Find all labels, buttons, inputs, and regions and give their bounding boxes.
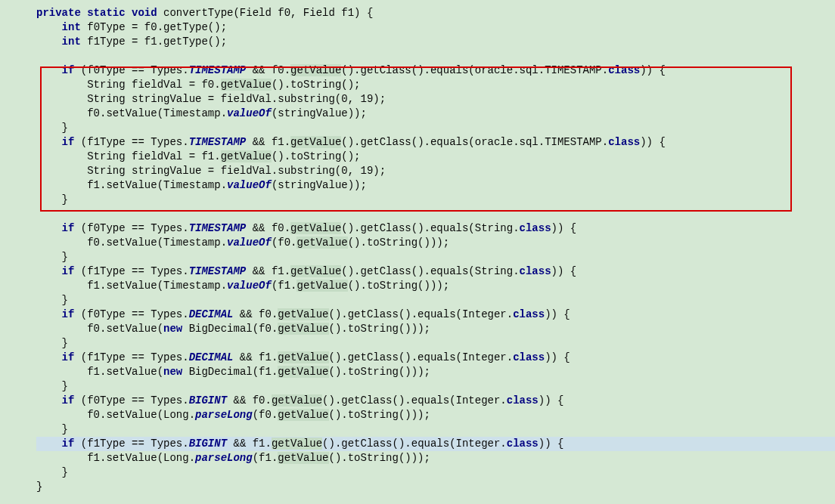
code-line: f0.setValue(Timestamp.valueOf(f0.getValu… [36, 236, 835, 250]
code-line: if (f0Type == Types.TIMESTAMP && f0.getV… [36, 63, 835, 78]
code-line: } [36, 336, 835, 351]
code-line: f1.setValue(Long.parseLong(f1.getValue()… [36, 451, 835, 465]
code-line: String stringValue = fieldVal.substring(… [36, 164, 835, 178]
code-line [36, 49, 835, 63]
code-line: if (f1Type == Types.TIMESTAMP && f1.getV… [36, 135, 835, 150]
code-line: } [36, 465, 835, 480]
code-line: f1.setValue(new BigDecimal(f1.getValue()… [36, 365, 835, 379]
code-line: } [36, 250, 835, 264]
code-line: f0.setValue(new BigDecimal(f0.getValue()… [36, 322, 835, 336]
code-line: } [36, 193, 835, 207]
code-line: } [36, 422, 835, 437]
code-line: if (f0Type == Types.TIMESTAMP && f0.getV… [36, 221, 835, 236]
code-line [36, 207, 835, 221]
code-line: f0.setValue(Long.parseLong(f0.getValue()… [36, 408, 835, 422]
code-line: if (f1Type == Types.DECIMAL && f1.getVal… [36, 351, 835, 365]
code-line: private static void convertType(Field f0… [36, 6, 835, 20]
code-line: if (f0Type == Types.BIGINT && f0.getValu… [36, 394, 835, 408]
code-line: f1.setValue(Timestamp.valueOf(stringValu… [36, 178, 835, 193]
code-line: if (f0Type == Types.DECIMAL && f0.getVal… [36, 308, 835, 322]
code-line: int f1Type = f1.getType(); [36, 35, 835, 49]
code-line: f1.setValue(Timestamp.valueOf(f1.getValu… [36, 279, 835, 293]
code-line: } [36, 480, 835, 494]
code-editor-content: private static void convertType(Field f0… [0, 6, 835, 494]
code-line: int f0Type = f0.getType(); [36, 20, 835, 35]
code-line: String fieldVal = f0.getValue().toString… [36, 78, 835, 92]
code-line: } [36, 293, 835, 308]
code-line: String stringValue = fieldVal.substring(… [36, 92, 835, 107]
code-line: f0.setValue(Timestamp.valueOf(stringValu… [36, 107, 835, 121]
code-line: if (f1Type == Types.TIMESTAMP && f1.getV… [36, 264, 835, 279]
code-line: } [36, 121, 835, 135]
code-line: String fieldVal = f1.getValue().toString… [36, 150, 835, 164]
code-line: } [36, 379, 835, 394]
code-line: if (f1Type == Types.BIGINT && f1.getValu… [36, 437, 835, 451]
